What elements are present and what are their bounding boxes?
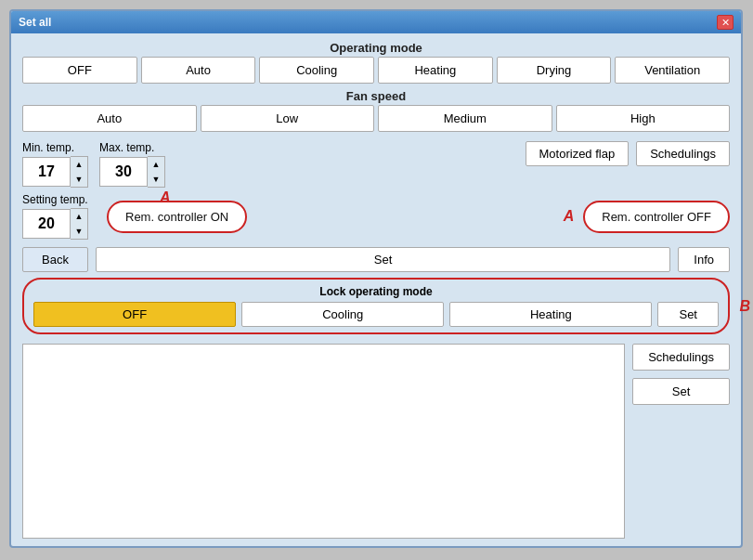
min-temp-down[interactable]: ▼ xyxy=(71,172,87,187)
max-temp-up[interactable]: ▲ xyxy=(148,157,164,172)
operating-mode-buttons: OFF Auto Cooling Heating Drying Ventilat… xyxy=(22,57,730,84)
title-bar: Set all ✕ xyxy=(11,11,741,33)
fan-speed-label: Fan speed xyxy=(22,89,730,103)
setting-temp-input[interactable] xyxy=(22,209,71,239)
rem-controller-off-button[interactable]: Rem. controller OFF xyxy=(583,201,730,233)
lock-section: Lock operating mode OFF Cooling Heating … xyxy=(22,278,730,334)
close-button[interactable]: ✕ xyxy=(717,15,734,30)
setting-temp-down[interactable]: ▼ xyxy=(71,224,87,239)
annotation-a-left: A xyxy=(160,189,171,206)
main-window: Set all ✕ Operating mode OFF Auto Coolin… xyxy=(9,9,743,548)
action-buttons-row: Back Set Info xyxy=(22,247,730,272)
lock-btn-off[interactable]: OFF xyxy=(33,302,236,327)
annotation-b: B xyxy=(739,298,750,315)
log-area xyxy=(22,344,625,539)
content-area: Operating mode OFF Auto Cooling Heating … xyxy=(11,33,741,546)
set-main-button[interactable]: Set xyxy=(96,247,670,272)
fan-speed-buttons: Auto Low Medium High xyxy=(22,105,730,132)
min-temp-arrows: ▲ ▼ xyxy=(71,156,88,188)
min-temp-spinner: ▲ ▼ xyxy=(22,156,88,188)
lock-section-wrapper: Lock operating mode OFF Cooling Heating … xyxy=(22,278,730,334)
fan-btn-medium[interactable]: Medium xyxy=(378,105,552,132)
fan-btn-low[interactable]: Low xyxy=(201,105,375,132)
mode-btn-drying[interactable]: Drying xyxy=(497,57,612,84)
mode-btn-cooling[interactable]: Cooling xyxy=(259,57,374,84)
info-button[interactable]: Info xyxy=(678,247,730,272)
window-title: Set all xyxy=(19,16,51,29)
setting-rem-row: Setting temp. ▲ ▼ A Rem. controller ON A… xyxy=(22,193,730,240)
mode-btn-ventilation[interactable]: Ventilation xyxy=(615,57,730,84)
setting-temp-group: Setting temp. ▲ ▼ xyxy=(22,193,88,240)
fan-speed-section: Fan speed Auto Low Medium High xyxy=(22,89,730,132)
mode-btn-off[interactable]: OFF xyxy=(22,57,137,84)
operating-mode-section: Operating mode OFF Auto Cooling Heating … xyxy=(22,41,730,84)
lock-btn-heating[interactable]: Heating xyxy=(449,302,652,327)
min-temp-group: Min. temp. ▲ ▼ xyxy=(22,141,88,188)
schedulings-button-top[interactable]: Schedulings xyxy=(636,141,730,166)
setting-temp-label: Setting temp. xyxy=(22,193,88,206)
mode-btn-heating[interactable]: Heating xyxy=(378,57,493,84)
rem-controller-on-button[interactable]: Rem. controller ON xyxy=(107,201,247,233)
schedulings-button-bottom[interactable]: Schedulings xyxy=(632,344,730,371)
setting-temp-up[interactable]: ▲ xyxy=(71,209,87,224)
setting-temp-arrows: ▲ ▼ xyxy=(71,208,88,240)
max-temp-group: Max. temp. ▲ ▼ xyxy=(99,141,165,188)
set-side-button[interactable]: Set xyxy=(632,378,730,405)
max-temp-arrows: ▲ ▼ xyxy=(148,156,165,188)
max-temp-input[interactable] xyxy=(99,157,148,187)
motorized-flap-button[interactable]: Motorized flap xyxy=(526,141,630,166)
lock-buttons-row: OFF Cooling Heating Set xyxy=(33,302,719,327)
fan-btn-high[interactable]: High xyxy=(556,105,731,132)
max-temp-down[interactable]: ▼ xyxy=(148,172,164,187)
operating-mode-label: Operating mode xyxy=(22,41,730,55)
temperature-controls-row: Min. temp. ▲ ▼ Max. temp. ▲ xyxy=(22,141,730,188)
lock-btn-cooling[interactable]: Cooling xyxy=(241,302,444,327)
fan-btn-auto[interactable]: Auto xyxy=(22,105,197,132)
lock-label: Lock operating mode xyxy=(33,285,719,298)
right-controls: Motorized flap Schedulings xyxy=(526,141,730,166)
back-button[interactable]: Back xyxy=(22,247,88,272)
setting-temp-spinner: ▲ ▼ xyxy=(22,208,88,240)
min-temp-up[interactable]: ▲ xyxy=(71,157,87,172)
max-temp-label: Max. temp. xyxy=(99,141,165,154)
annotation-a-right: A xyxy=(564,208,575,225)
max-temp-spinner: ▲ ▼ xyxy=(99,156,165,188)
min-temp-input[interactable] xyxy=(22,157,71,187)
side-buttons: Schedulings Set xyxy=(632,344,730,539)
motorized-schedulings-row: Motorized flap Schedulings xyxy=(526,141,730,166)
lock-set-button[interactable]: Set xyxy=(657,302,719,327)
bottom-section: Schedulings Set xyxy=(22,344,730,539)
min-temp-label: Min. temp. xyxy=(22,141,88,154)
mode-btn-auto[interactable]: Auto xyxy=(141,57,256,84)
